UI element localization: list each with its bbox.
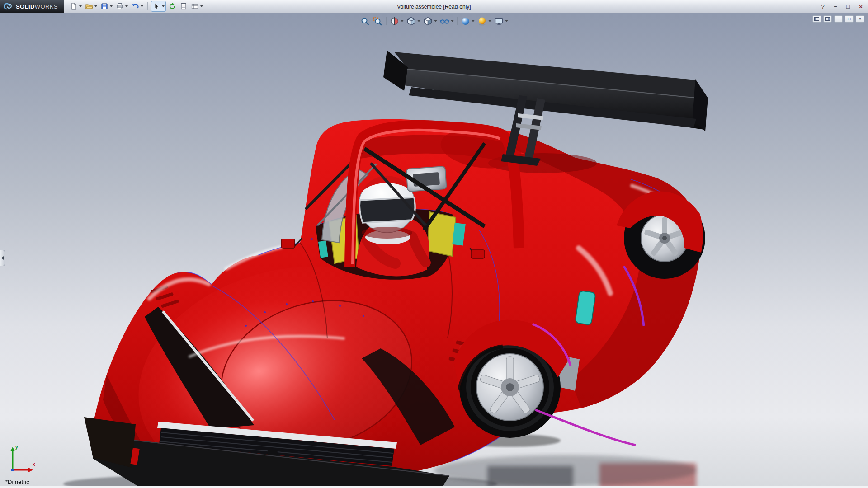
dropdown-caret-icon[interactable] (79, 5, 82, 7)
rebuild-icon (168, 2, 176, 10)
maximize-button[interactable]: □ (844, 3, 852, 10)
toolbar-separator (457, 17, 458, 25)
dropdown-caret-icon[interactable] (141, 5, 143, 7)
apply-scene-button[interactable] (476, 15, 492, 27)
minimize-button[interactable]: − (832, 3, 839, 10)
dropdown-caret-icon[interactable] (162, 5, 165, 7)
y-axis-label: y (15, 445, 18, 450)
feature-pane-toggle-button[interactable] (812, 15, 821, 23)
apply-scene-sphere-icon (477, 16, 487, 26)
section-view-icon (390, 16, 400, 26)
view-settings-button[interactable] (493, 15, 509, 27)
restore-document-button[interactable]: □ (845, 15, 854, 23)
dropdown-caret-icon[interactable] (418, 20, 420, 22)
new-document-button[interactable] (69, 1, 83, 12)
close-document-button[interactable]: × (856, 15, 864, 23)
display-pane-toggle-button[interactable] (823, 15, 832, 23)
zoom-to-area-icon (373, 16, 383, 26)
print-button[interactable] (115, 1, 129, 12)
dropdown-caret-icon[interactable] (505, 20, 508, 22)
select-tool-button[interactable] (151, 1, 166, 12)
minimize-document-button[interactable]: − (834, 15, 843, 23)
solidworks-logo: SOLIDWORKS (0, 0, 64, 13)
options-grid-icon (191, 2, 199, 10)
help-button[interactable]: ? (819, 3, 826, 10)
options-button[interactable] (190, 1, 204, 12)
undo-button[interactable] (130, 1, 144, 12)
document-title: Voiture assemblee [Read-only] (397, 0, 471, 13)
hide-show-glasses-icon (440, 16, 450, 26)
dropdown-caret-icon[interactable] (489, 20, 491, 22)
file-properties-button[interactable] (179, 1, 189, 12)
window-controls: ? − □ × (819, 0, 864, 13)
solidworks-window: SOLIDWORKS (0, 0, 868, 488)
edit-appearance-button[interactable] (460, 15, 476, 27)
file-properties-icon (179, 2, 188, 10)
dropdown-caret-icon[interactable] (472, 20, 475, 22)
left-pane-icon (814, 17, 819, 21)
close-button[interactable]: × (857, 3, 864, 10)
zoom-to-fit-button[interactable] (359, 15, 371, 27)
zoom-to-area-button[interactable] (372, 15, 384, 27)
collapse-arrow-icon (1, 256, 4, 260)
dropdown-caret-icon[interactable] (434, 20, 437, 22)
zoom-to-fit-icon (360, 16, 370, 26)
display-style-button[interactable] (422, 15, 438, 27)
print-icon (116, 2, 124, 10)
dropdown-caret-icon[interactable] (200, 5, 203, 7)
x-axis-label: x (33, 462, 35, 467)
open-button[interactable] (84, 1, 98, 12)
title-bar: SOLIDWORKS (0, 0, 868, 13)
dropdown-caret-icon[interactable] (94, 5, 97, 7)
dropdown-caret-icon[interactable] (401, 20, 404, 22)
heads-up-view-toolbar (359, 15, 509, 27)
view-settings-monitor-icon (494, 16, 504, 26)
save-floppy-icon (100, 2, 108, 10)
new-document-icon (70, 2, 78, 10)
status-strip (0, 486, 868, 488)
dropdown-caret-icon[interactable] (451, 20, 454, 22)
save-button[interactable] (99, 1, 113, 12)
view-orientation-button[interactable] (406, 15, 421, 27)
display-style-icon (423, 16, 433, 26)
orientation-triad: y x (6, 446, 39, 476)
toolbar-separator (386, 17, 387, 25)
dassault-3ds-icon (4, 2, 14, 10)
graphics-viewport[interactable]: − □ × y x *Dimetric (0, 13, 868, 488)
rebuild-button[interactable] (167, 1, 177, 12)
view-orientation-cube-icon (406, 16, 416, 26)
hide-show-items-button[interactable] (439, 15, 455, 27)
open-folder-icon (85, 2, 93, 10)
section-view-button[interactable] (389, 15, 405, 27)
right-pane-icon (825, 17, 830, 21)
toolbar-separator (147, 2, 148, 10)
dropdown-caret-icon[interactable] (125, 5, 128, 7)
brand-text: SOLIDWORKS (16, 3, 58, 10)
standard-toolbar (69, 1, 204, 12)
car-3d-model[interactable] (0, 13, 868, 488)
panel-collapse-handle[interactable] (0, 250, 5, 266)
triad-axes-icon (6, 446, 39, 474)
edit-appearance-sphere-icon (461, 16, 471, 26)
select-cursor-icon (152, 2, 160, 10)
undo-arrow-icon (131, 2, 139, 10)
document-window-controls: − □ × (812, 15, 864, 23)
view-orientation-label: *Dimetric (5, 479, 29, 486)
dropdown-caret-icon[interactable] (110, 5, 113, 7)
